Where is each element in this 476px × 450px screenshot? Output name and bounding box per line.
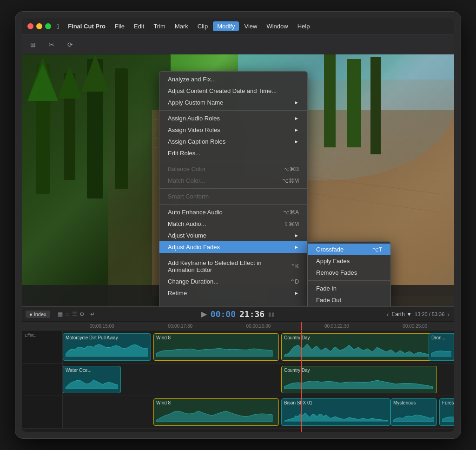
submenu-crossfade[interactable]: Crossfade ⌥T <box>308 244 390 255</box>
track-clips-3: Wind 8 Bison SFX 01 <box>63 396 454 428</box>
help-menu[interactable]: Help <box>293 21 314 31</box>
apply-custom-name-label: Apply Custom Name <box>168 99 291 106</box>
modify-dropdown[interactable]: Analyze and Fix... Adjust Content Create… <box>159 71 308 306</box>
menu-adjust-content[interactable]: Adjust Content Created Date and Time... <box>159 85 307 97</box>
clip-wind8-lower[interactable]: Wind 8 <box>153 398 279 426</box>
clip-country-day[interactable]: Country Day <box>281 333 437 361</box>
assign-video-roles-label: Assign Video Roles <box>168 126 291 133</box>
menu-change-duration[interactable]: Change Duration... ⌃D <box>159 276 307 287</box>
sep2 <box>159 161 307 161</box>
waveform-motorcycle <box>66 340 148 357</box>
app-name[interactable]: Final Cut Pro <box>64 21 110 31</box>
match-audio-shortcut: ⇧⌘M <box>284 221 299 227</box>
render-all-shortcut: ⌃⇧R <box>285 306 299 307</box>
submenu-fade-in[interactable]: Fade In <box>308 283 390 294</box>
menu-render-all[interactable]: Render All ⌃⇧R <box>159 303 307 306</box>
menu-smart-conform: Smart Conform <box>159 191 307 202</box>
toolbar-blade-icon[interactable]: ✂ <box>46 39 57 50</box>
tracks-container: Effec... Motorcycle Dirt Pull Away Win <box>22 331 454 432</box>
clip-wind8[interactable]: Wind 8 <box>153 333 279 361</box>
trim-menu[interactable]: Trim <box>149 21 170 31</box>
sep3 <box>159 188 307 189</box>
lane-icon[interactable]: ☰ <box>72 311 77 318</box>
index-button[interactable]: ● Index <box>26 311 50 318</box>
menu-adjust-volume[interactable]: Adjust Volume ► <box>159 230 307 241</box>
timeline-ruler: 00:00:15:00 00:00:17:30 00:00:20:00 00:0… <box>22 322 454 331</box>
audio-fades-submenu[interactable]: Crossfade ⌥T Apply Fades Remove Fades <box>307 241 391 306</box>
center-play-btn[interactable]: ▶ <box>201 310 207 318</box>
menu-assign-caption-roles[interactable]: Assign Caption Roles ► <box>159 136 307 147</box>
crossfade-label: Crossfade <box>316 246 344 253</box>
clip-motorcycle-label: Motorcycle Dirt Pull Away <box>66 335 148 340</box>
cursor-icon[interactable]: ↵ <box>90 311 95 318</box>
submenu-remove-fades[interactable]: Remove Fades <box>308 267 390 278</box>
add-keyframe-shortcut: ⌃K <box>291 263 299 270</box>
track-sidebar-1: Effec... <box>22 331 63 363</box>
mark-menu[interactable]: Mark <box>171 21 192 31</box>
nav-right-icon[interactable]: › <box>447 311 450 318</box>
close-button[interactable] <box>27 23 33 29</box>
menu-analyze-fix[interactable]: Analyze and Fix... <box>159 73 307 85</box>
playhead <box>301 322 302 331</box>
clip-motorcycle[interactable]: Motorcycle Dirt Pull Away <box>63 333 151 361</box>
clip-bison-sfx[interactable]: Bison SFX 01 <box>281 398 390 426</box>
change-duration-shortcut: ⌃D <box>290 278 299 285</box>
clip-menu[interactable]: Clip <box>193 21 212 31</box>
retime-label: Retime <box>168 290 291 297</box>
apple-menu[interactable]:  <box>57 23 59 30</box>
clip-wind8-label: Wind 8 <box>156 335 276 340</box>
balance-color-shortcut: ⌥⌘B <box>283 166 299 172</box>
match-audio-label: Match Audio... <box>168 220 275 227</box>
center-timecode: ▶ 00:00 21:36 ▮▮ <box>201 309 275 319</box>
svg-rect-21 <box>324 54 336 147</box>
clip-forest01-lower[interactable]: Forest 01 <box>439 398 454 426</box>
edit-menu[interactable]: Edit <box>130 21 148 31</box>
waveform-forest-lower <box>442 405 454 422</box>
waveform-wind8-lower <box>156 405 276 422</box>
clip-appearance-icon[interactable]: ▦ <box>58 311 63 318</box>
timeline-position: 13:20 / 53:36 <box>415 311 444 317</box>
sep1 <box>159 110 307 111</box>
toolbar-layout-icon[interactable]: ⊞ <box>27 39 39 50</box>
view-menu[interactable]: View <box>240 21 261 31</box>
menu-edit-roles[interactable]: Edit Roles... <box>159 147 307 159</box>
assign-caption-roles-label: Assign Caption Roles <box>168 138 291 145</box>
menu-apply-custom-name[interactable]: Apply Custom Name ► <box>159 97 307 108</box>
zoom-icon[interactable]: ≣ <box>65 311 70 318</box>
menu-auto-enhance-audio[interactable]: Auto Enhance Audio ⌥⌘A <box>159 206 307 218</box>
settings-icon[interactable]: ⚙ <box>79 311 85 318</box>
submenu-apply-fades[interactable]: Apply Fades <box>308 255 390 267</box>
clip-country-day-2-label: Country Day <box>284 368 434 373</box>
ruler-time-5: 00:00:25:00 <box>403 324 427 329</box>
balance-color-label: Balance Color <box>168 165 274 172</box>
menu-add-keyframe[interactable]: Add Keyframe to Selected Effect in Anima… <box>159 257 307 276</box>
assign-audio-roles-label: Assign Audio Roles <box>168 115 291 122</box>
menu-match-audio[interactable]: Match Audio... ⇧⌘M <box>159 218 307 230</box>
remove-fades-label: Remove Fades <box>316 269 357 276</box>
main-content: Analyze and Fix... Adjust Content Create… <box>22 54 454 306</box>
minimize-button[interactable] <box>36 23 42 29</box>
nav-left-icon[interactable]: ‹ <box>387 311 389 318</box>
menu-adjust-audio-fades[interactable]: Adjust Audio Fades ► Crossfade ⌥T Apply … <box>159 241 307 253</box>
submenu-fade-out[interactable]: Fade Out <box>308 294 390 306</box>
window-menu[interactable]: Window <box>262 21 292 31</box>
waveform-mysterious <box>393 405 434 422</box>
ruler-time-2: 00:00:17:30 <box>168 324 192 329</box>
toolbar-transform-icon[interactable]: ⟳ <box>65 39 76 50</box>
menu-assign-video-roles[interactable]: Assign Video Roles ► <box>159 124 307 136</box>
modify-menu[interactable]: Modify <box>213 21 239 31</box>
crossfade-shortcut: ⌥T <box>372 246 382 253</box>
clip-water-oce[interactable]: Water Oce... <box>63 366 121 393</box>
match-color-shortcut: ⌥⌘M <box>282 178 299 184</box>
menubar:  Final Cut Pro File Edit Trim Mark Clip… <box>22 18 454 35</box>
clip-country-day-2[interactable]: Country Day <box>281 366 437 393</box>
clip-drone[interactable]: Dron... <box>429 333 454 361</box>
submenu-arrow: ► <box>294 100 299 105</box>
clip-mysterious[interactable]: Mysterious <box>390 398 437 426</box>
menu-assign-audio-roles[interactable]: Assign Audio Roles ► <box>159 112 307 124</box>
maximize-button[interactable] <box>45 23 51 29</box>
screen:  Final Cut Pro File Edit Trim Mark Clip… <box>22 18 454 432</box>
ruler-time-1: 00:00:15:00 <box>90 324 114 329</box>
menu-retime[interactable]: Retime ► <box>159 287 307 299</box>
file-menu[interactable]: File <box>111 21 129 31</box>
